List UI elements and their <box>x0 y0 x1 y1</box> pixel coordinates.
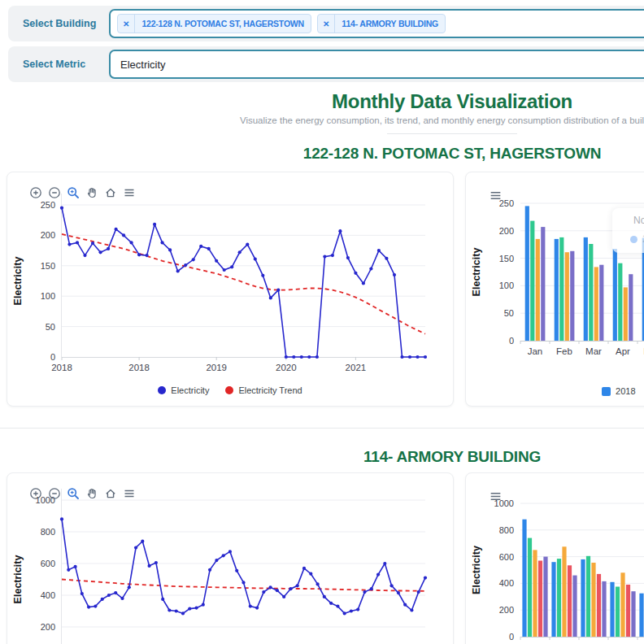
chart-toolbar <box>28 185 136 199</box>
svg-text:150: 150 <box>41 261 55 271</box>
svg-text:50: 50 <box>504 308 514 318</box>
svg-text:250: 250 <box>41 200 55 210</box>
series-dot-icon <box>630 236 637 243</box>
svg-text:2021: 2021 <box>346 363 367 372</box>
svg-text:800: 800 <box>41 527 55 537</box>
svg-text:200: 200 <box>499 226 514 236</box>
home-icon[interactable] <box>103 185 117 199</box>
zoom-out-icon[interactable] <box>47 486 61 500</box>
app-viewport: Select Building ✕ 122-128 N. POTOMAC ST,… <box>0 0 644 644</box>
legend-label: Electricity Trend <box>238 385 302 395</box>
metric-control-row: Select Metric Electricity <box>8 46 644 82</box>
home-icon[interactable] <box>103 486 117 500</box>
bar-chart-card-2: 02004006008001000ElectricityJanFebMarApr… <box>465 472 644 644</box>
bar-legend-0: 2018201920202021 <box>466 386 644 396</box>
building-multiselect[interactable]: ✕ 122-128 N. POTOMAC ST, HAGERSTOWN ✕ 11… <box>109 9 644 38</box>
svg-text:Apr: Apr <box>616 346 630 356</box>
zoom-in-icon[interactable] <box>28 486 42 500</box>
legend-item[interactable]: 2018 <box>602 386 635 396</box>
pan-hand-icon[interactable] <box>85 185 98 199</box>
svg-text:100: 100 <box>499 281 514 290</box>
building-2-title: 114- ARMORY BUILDING <box>0 448 644 466</box>
svg-text:2019: 2019 <box>206 363 227 372</box>
tag-label: 114- ARMORY BUILDING <box>335 15 445 33</box>
svg-text:Mar: Mar <box>585 346 602 356</box>
metric-selected-value: Electricity <box>117 59 166 71</box>
menu-icon[interactable] <box>122 185 136 199</box>
svg-text:Jan: Jan <box>528 346 543 356</box>
pan-hand-icon[interactable] <box>85 486 98 500</box>
fading-tooltip: Nov 2018 <box>612 208 644 253</box>
legend-item[interactable]: Electricity <box>158 385 209 395</box>
line-chart-card-2: 2004006008001000Electricity ElectricityE… <box>7 472 454 644</box>
svg-text:800: 800 <box>499 525 514 535</box>
legend-label: 2018 <box>616 386 635 396</box>
svg-text:400: 400 <box>499 578 514 588</box>
line-chart-0[interactable]: 05010015020025020182018201920202021Elect… <box>7 172 453 406</box>
svg-text:2018: 2018 <box>51 363 72 372</box>
page-subtitle: Visualize the energy consumption, its tr… <box>0 115 644 127</box>
svg-text:200: 200 <box>41 230 55 240</box>
svg-text:2020: 2020 <box>276 363 297 372</box>
building-2-charts-row: 2004006008001000Electricity ElectricityE… <box>7 472 644 644</box>
bar-chart-card-1: 050100150200250ElectricityJanFebMarAprMa… <box>465 172 644 407</box>
building-control-row: Select Building ✕ 122-128 N. POTOMAC ST,… <box>8 6 644 41</box>
svg-text:200: 200 <box>499 605 514 615</box>
svg-text:600: 600 <box>41 559 55 568</box>
svg-text:0: 0 <box>50 352 55 362</box>
selected-building-tag: ✕ 122-128 N. POTOMAC ST, HAGERSTOWN <box>117 14 311 33</box>
zoom-select-icon[interactable] <box>66 486 80 500</box>
chart-toolbar <box>28 486 136 500</box>
legend-item[interactable]: Electricity Trend <box>225 385 302 395</box>
svg-text:Electricity: Electricity <box>471 248 482 297</box>
svg-text:200: 200 <box>41 622 55 632</box>
svg-text:100: 100 <box>41 291 55 301</box>
legend-swatch-icon <box>158 386 166 394</box>
legend-swatch-icon <box>602 387 611 396</box>
section-divider <box>0 428 644 429</box>
remove-tag-icon[interactable]: ✕ <box>118 15 135 33</box>
zoom-in-icon[interactable] <box>28 185 42 199</box>
building-1-title: 122-128 N. POTOMAC ST, HAGERSTOWN <box>0 145 644 163</box>
tooltip-month: Nov <box>633 215 644 226</box>
title-divider <box>387 133 517 134</box>
remove-tag-icon[interactable]: ✕ <box>318 15 335 33</box>
menu-icon[interactable] <box>122 486 136 500</box>
line-legend-0: ElectricityElectricity Trend <box>7 385 453 395</box>
page: Select Building ✕ 122-128 N. POTOMAC ST,… <box>0 6 644 644</box>
line-chart-card-1: 05010015020025020182018201920202021Elect… <box>7 172 454 407</box>
legend-label: Electricity <box>171 385 209 395</box>
svg-text:0: 0 <box>509 336 514 346</box>
svg-text:0: 0 <box>509 632 514 642</box>
menu-icon[interactable] <box>489 189 503 206</box>
metric-select[interactable]: Electricity <box>109 50 644 79</box>
svg-text:400: 400 <box>41 590 55 600</box>
selected-building-tag: ✕ 114- ARMORY BUILDING <box>317 14 446 33</box>
building-select-label: Select Building <box>23 18 101 29</box>
zoom-out-icon[interactable] <box>47 185 61 199</box>
metric-select-label: Select Metric <box>23 59 101 70</box>
svg-text:Electricity: Electricity <box>12 257 24 306</box>
menu-icon[interactable] <box>489 490 503 507</box>
svg-text:600: 600 <box>499 552 514 562</box>
legend-swatch-icon <box>225 386 233 394</box>
svg-text:Electricity: Electricity <box>12 555 24 604</box>
zoom-select-icon[interactable] <box>66 185 80 199</box>
building-1-charts-row: 05010015020025020182018201920202021Elect… <box>7 172 644 407</box>
svg-text:2018: 2018 <box>128 363 150 372</box>
svg-text:50: 50 <box>46 322 55 332</box>
svg-text:Electricity: Electricity <box>471 546 482 594</box>
svg-text:Feb: Feb <box>556 346 572 356</box>
svg-text:150: 150 <box>499 254 514 263</box>
tag-label: 122-128 N. POTOMAC ST, HAGERSTOWN <box>135 15 311 33</box>
tooltip-series-row: 2018 <box>630 233 644 245</box>
page-title: Monthly Data Visualization <box>0 90 644 113</box>
